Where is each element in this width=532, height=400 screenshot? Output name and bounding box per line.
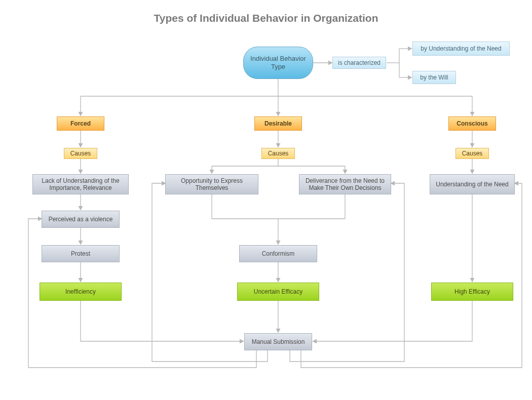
by-will: by the Will	[412, 71, 456, 84]
page-title: Types of Individual Behavior in Organiza…	[0, 12, 532, 24]
by-understanding-need: by Understanding of the Need	[412, 42, 510, 56]
conscious-step: Understanding of the Need	[430, 174, 515, 194]
forced-step-0: Lack of Understanding of the Importance,…	[32, 174, 129, 194]
desirable-branch-1: Deliverance from the Need to Make Their …	[299, 174, 391, 194]
forced-outcome: Inefficiency	[40, 283, 122, 301]
desirable-outcome: Uncertain Efficacy	[237, 283, 319, 301]
forced-label: Forced	[57, 116, 104, 131]
desirable-label: Desirable	[254, 116, 302, 131]
root-node: Individual Behavior Type	[243, 47, 313, 79]
conscious-outcome: High Efficacy	[431, 283, 513, 301]
characterized-label: is characterized	[332, 57, 386, 69]
conscious-causes: Causes	[455, 148, 489, 159]
manual-submission: Manual Submission	[244, 333, 312, 350]
conscious-label: Conscious	[448, 116, 496, 131]
desirable-branch-0: Opportunity to Express Themselves	[165, 174, 258, 194]
forced-causes: Causes	[64, 148, 97, 159]
desirable-merge: Conformism	[239, 245, 317, 262]
desirable-causes: Causes	[261, 148, 295, 159]
forced-step-2: Protest	[42, 245, 120, 262]
forced-step-1: Perceived as a violence	[42, 211, 120, 228]
